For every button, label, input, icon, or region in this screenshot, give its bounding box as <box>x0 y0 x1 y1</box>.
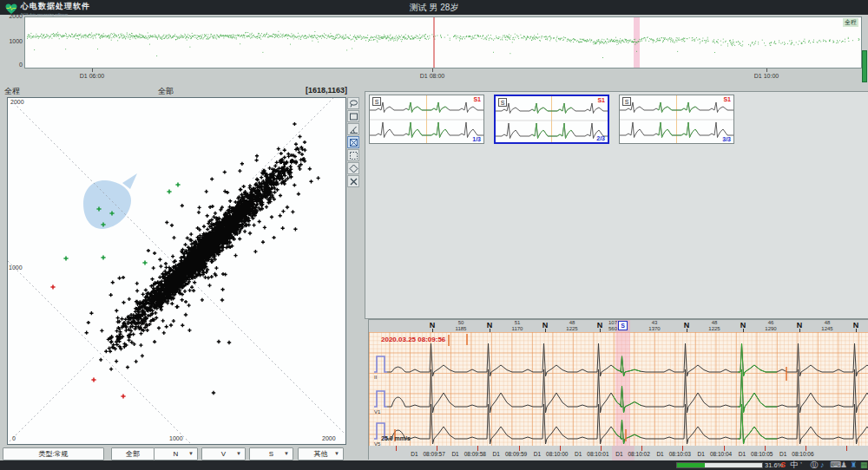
template-card-2-selected[interactable]: S S1 2/3 <box>494 95 609 144</box>
ecg-strip-panel[interactable]: NNNNSNNNN5011855111704812251075604313704… <box>368 319 868 460</box>
time-day: D1 <box>698 451 705 457</box>
interval-rr: 1185 <box>446 326 476 332</box>
time-day: D1 <box>615 451 622 457</box>
interval-hr: 48 <box>700 320 729 326</box>
sogou-icon[interactable]: S <box>780 460 786 470</box>
template-wave-3 <box>620 95 733 143</box>
dotted-select-tool[interactable] <box>347 149 359 161</box>
trend-y-tick-2000: 2000 <box>0 13 23 19</box>
interval-hr: 43 <box>640 320 669 326</box>
template-page: 1/3 <box>472 136 481 142</box>
template-tag: S <box>622 97 631 106</box>
trend-x-tickmark <box>766 69 767 72</box>
beat-type-button[interactable]: 类型:常规 <box>3 447 104 460</box>
rr-trend-chart[interactable]: 全程 <box>24 16 862 69</box>
interval-rr: 1170 <box>503 326 532 332</box>
trend-x-tick: D1 10:00 <box>736 73 797 79</box>
lasso-tool[interactable] <box>347 97 359 109</box>
scatter-header-range: 全程 <box>4 86 20 97</box>
template-panel: S S1 1/3 S S1 2/3 S S1 3/3 <box>365 91 868 319</box>
time-day: D1 <box>656 451 663 457</box>
filter-other-dropdown[interactable]: 其他▼ <box>298 447 344 460</box>
interval-pair: 481245 <box>812 320 842 332</box>
template-tag: S <box>372 97 381 106</box>
filter-n-label: N <box>174 450 179 458</box>
template-page: 3/3 <box>722 136 731 142</box>
template-count: S1 <box>723 96 731 102</box>
interval-pair: 481225 <box>700 320 729 332</box>
template-count: S1 <box>473 96 481 102</box>
template-wave-1 <box>370 95 483 143</box>
interval-rr: 1370 <box>640 326 669 332</box>
rect-select-tool[interactable] <box>347 110 359 122</box>
template-wave-2 <box>496 96 608 142</box>
lang-zhong-icon[interactable]: 中 <box>791 460 799 470</box>
template-card-1[interactable]: S S1 1/3 <box>369 95 484 144</box>
beat-label-s[interactable]: S <box>618 321 628 330</box>
lasso-selection-region <box>83 173 137 229</box>
ecg-paper[interactable]: 2020.03.25 08:09:56 25.0 mm/s IIV1V5 <box>369 332 868 446</box>
strip-time-axis: D108:09:57D108:09:58D108:09:59D108:10:00… <box>369 446 868 460</box>
interval-pair: 461290 <box>756 320 786 332</box>
interval-rr: 1225 <box>557 326 587 332</box>
filter-all-button[interactable]: 全部 <box>111 447 155 460</box>
time-day: D1 <box>534 451 541 457</box>
interval-rr: 1290 <box>756 326 786 332</box>
scatter-header-filter: 全部 <box>158 86 174 97</box>
trend-y-tick-1000: 1000 <box>0 38 23 44</box>
time-day: D1 <box>493 451 500 457</box>
filter-s-label: S <box>269 450 273 458</box>
second-tickmark <box>846 446 847 451</box>
filter-v-dropdown[interactable]: V▼ <box>201 447 246 460</box>
filter-n-dropdown[interactable]: N▼ <box>154 447 198 460</box>
circled-u-icon[interactable]: Ⓤ <box>811 460 819 470</box>
patient-info: 测试 男 28岁 <box>0 2 868 14</box>
interval-pair: 501185 <box>446 320 476 332</box>
trend-x-tickmark <box>92 69 93 72</box>
diamond-tool[interactable] <box>347 162 359 174</box>
progress-fill <box>677 463 705 467</box>
hand-icon[interactable]: ♟ <box>840 460 847 470</box>
interval-hr: 48 <box>557 320 587 326</box>
filter-v-label: V <box>221 450 226 458</box>
time-day: D1 <box>779 451 786 457</box>
beat-type-label: 类型:常规 <box>38 449 68 459</box>
beat-annotation-row: NNNNSNNNN5011855111704812251075604313704… <box>369 320 868 332</box>
template-tag: S <box>498 98 507 107</box>
interval-pair: 481225 <box>557 320 587 332</box>
lead-label: II <box>374 375 378 380</box>
scatter-cursor-coords: [1618,1163] <box>306 86 347 95</box>
trend-y-tick-0: 0 <box>0 62 23 68</box>
title-bar: 心电数据处理软件 ECG data processing software 测试… <box>0 0 868 15</box>
delete-tool[interactable] <box>347 175 359 187</box>
status-bar: 31.6% S中’Ⓤ♪⌨♟♜▦ <box>0 460 868 470</box>
interval-hr: 48 <box>812 320 842 326</box>
trend-x-tick: D1 06:00 <box>62 73 122 79</box>
progress-bar <box>676 462 763 468</box>
interval-pair: 511170 <box>503 320 532 332</box>
box-select-tool[interactable] <box>347 136 359 148</box>
template-card-3[interactable]: S S1 3/3 <box>619 95 734 144</box>
time-day: D1 <box>411 451 418 457</box>
trend-x-tickmark <box>432 69 433 72</box>
time-label: 08:10:06 <box>792 451 813 457</box>
time-day: D1 <box>739 451 746 457</box>
trend-x-tick: D1 08:00 <box>402 73 463 79</box>
grid-icon[interactable]: ▦ <box>860 460 868 470</box>
chevron-down-icon: ▼ <box>334 451 339 456</box>
time-axis-label: D108:10:06 <box>769 451 825 457</box>
time-day: D1 <box>575 451 582 457</box>
interval-hr: 51 <box>503 320 532 326</box>
template-page: 2/3 <box>596 135 605 141</box>
interval-hr: 50 <box>446 320 476 326</box>
angle-tool[interactable] <box>347 123 359 135</box>
trend-scrollbar-handle[interactable] <box>862 50 867 82</box>
ecg-traces: IIV1V5 <box>369 332 868 446</box>
strip-timestamp: 2020.03.25 08:09:56 <box>381 336 445 343</box>
poincare-scatter-plot[interactable]: 2000 1000 0 1000 2000 <box>7 97 346 445</box>
quote-icon[interactable]: ’ <box>800 460 802 470</box>
pin-icon[interactable]: ♜ <box>851 460 858 470</box>
mic-icon[interactable]: ♪ <box>820 460 825 470</box>
lead-label: V1 <box>374 409 381 415</box>
filter-s-dropdown[interactable]: S▼ <box>249 447 293 460</box>
